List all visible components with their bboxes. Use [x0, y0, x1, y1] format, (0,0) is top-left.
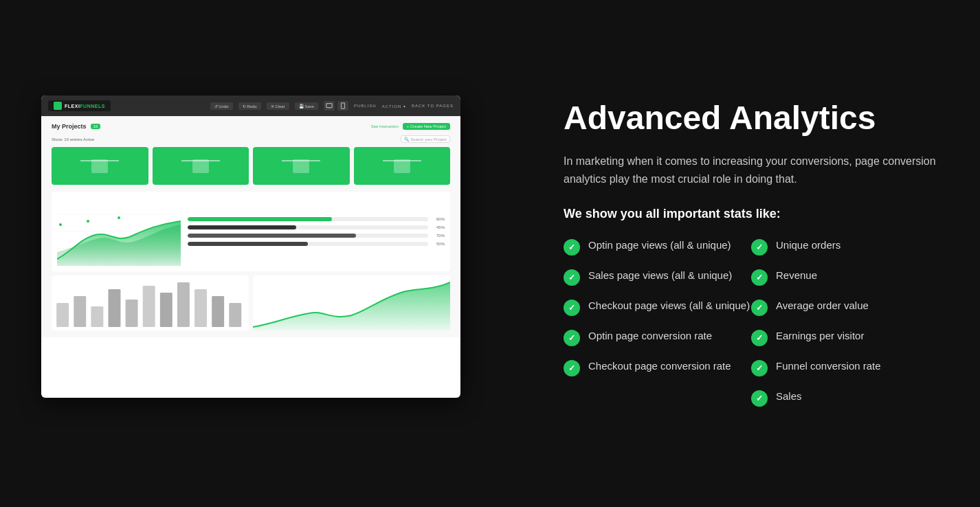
- feature-text-3: Checkout page views (all & unique): [588, 298, 750, 313]
- feature-item-5: Checkout page conversion rate: [564, 359, 751, 376]
- bottom-charts-row: [52, 275, 450, 330]
- project-card-4[interactable]: [354, 147, 451, 185]
- features-col-1: Optin page views (all & unique) Sales pa…: [564, 238, 751, 407]
- svg-rect-25: [160, 293, 172, 327]
- stat-bar-fill-2: [188, 225, 296, 229]
- svg-rect-19: [56, 303, 69, 327]
- svg-rect-24: [143, 286, 155, 327]
- stat-bar-fill-3: [188, 234, 356, 238]
- clear-button[interactable]: ✕ Clear: [267, 102, 289, 110]
- stats-subtitle: We show you all important stats like:: [564, 207, 939, 221]
- action-button[interactable]: ACTION ▾: [382, 104, 406, 109]
- analytics-section: 60% 45%: [52, 192, 450, 271]
- svg-rect-21: [91, 306, 103, 327]
- feature-text-9: Earnings per visitor: [776, 328, 864, 343]
- check-icon-10: [751, 360, 768, 376]
- search-placeholder: Search your Project: [410, 137, 447, 142]
- stat-pct-1: 60%: [431, 217, 445, 221]
- feature-item-1: Optin page views (all & unique): [564, 238, 751, 256]
- feature-item-7: Revenue: [751, 268, 939, 286]
- stat-row-2: 45%: [188, 225, 445, 229]
- filter-text: Show: 10 entries Active: [52, 137, 94, 142]
- bar-stats: 60% 45%: [188, 197, 445, 266]
- desktop-view-button[interactable]: [324, 101, 335, 111]
- stat-bar-bg-3: [188, 234, 428, 238]
- filter-row: Show: 10 entries Active 🔍 Search your Pr…: [52, 135, 450, 143]
- stat-row-1: 60%: [188, 217, 445, 221]
- app-logo: FLEXIFUNNELS: [48, 100, 111, 111]
- my-projects-title: My Projects: [52, 123, 87, 130]
- feature-item-3: Checkout page views (all & unique): [564, 298, 751, 316]
- view-toggles: [324, 101, 348, 111]
- stat-pct-3: 70%: [431, 234, 445, 238]
- page-title-row: My Projects 19: [52, 123, 100, 130]
- svg-rect-28: [212, 296, 224, 327]
- analytics-inner: 60% 45%: [57, 197, 445, 266]
- stat-bar-bg-4: [188, 242, 428, 246]
- main-container: FLEXIFUNNELS ↺ Undo ↻ Redo ✕ Clear 💾 Sav…: [0, 68, 980, 439]
- feature-text-10: Funnel conversion rate: [776, 359, 881, 373]
- svg-rect-20: [74, 296, 86, 327]
- project-card-2[interactable]: [153, 147, 249, 185]
- main-title: Advanced Analytics: [564, 100, 939, 137]
- feature-text-6: Unique orders: [776, 238, 840, 252]
- svg-rect-27: [194, 289, 207, 327]
- right-panel: Advanced Analytics In marketing when it …: [550, 100, 939, 407]
- feature-item-8: Average order value: [751, 298, 939, 316]
- description-text: In marketing when it comes to increasing…: [564, 153, 939, 188]
- create-new-project-button[interactable]: + Create New Project: [403, 123, 450, 130]
- feature-item-4: Optin page conversion rate: [564, 328, 751, 346]
- svg-point-17: [87, 220, 89, 223]
- bottom-area-chart: [253, 275, 450, 330]
- check-icon-7: [751, 269, 768, 286]
- project-cards-row: [52, 147, 450, 185]
- project-card-3[interactable]: [253, 147, 350, 185]
- feature-item-9: Earnings per visitor: [751, 328, 939, 346]
- svg-rect-22: [109, 289, 121, 327]
- see-instruction-link[interactable]: See Instruction: [371, 124, 399, 128]
- stat-bar-bg-2: [188, 225, 428, 229]
- feature-text-5: Checkout page conversion rate: [588, 359, 731, 373]
- logo-icon: [54, 102, 62, 110]
- search-box[interactable]: 🔍 Search your Project: [401, 135, 450, 143]
- header-actions: See Instruction + Create New Project: [371, 123, 450, 130]
- check-icon-5: [564, 360, 580, 376]
- stat-row-4: 50%: [188, 242, 445, 246]
- features-col-2: Unique orders Revenue Average order valu…: [751, 238, 939, 407]
- mockup-wrapper: FLEXIFUNNELS ↺ Undo ↻ Redo ✕ Clear 💾 Sav…: [41, 95, 495, 412]
- check-icon-4: [564, 330, 580, 346]
- bottom-bar-chart: [52, 275, 249, 330]
- back-to-pages-button[interactable]: BACK TO PAGES: [412, 104, 454, 108]
- check-icon-8: [751, 300, 768, 316]
- logo-text: FLEXIFUNNELS: [65, 104, 105, 109]
- undo-button[interactable]: ↺ Undo: [210, 102, 233, 110]
- features-grid: Optin page views (all & unique) Sales pa…: [564, 238, 939, 407]
- svg-point-16: [59, 223, 62, 226]
- stat-pct-2: 45%: [431, 225, 445, 229]
- project-count-badge: 19: [91, 124, 101, 129]
- svg-rect-26: [177, 282, 190, 327]
- feature-item-11: Sales: [751, 389, 939, 407]
- save-button[interactable]: 💾 Save: [295, 102, 318, 110]
- feature-item-6: Unique orders: [751, 238, 939, 256]
- mobile-view-button[interactable]: [337, 101, 348, 111]
- publish-button[interactable]: PUBLISH: [354, 104, 377, 108]
- mockup-front: FLEXIFUNNELS ↺ Undo ↻ Redo ✕ Clear 💾 Sav…: [41, 95, 460, 398]
- feature-item-2: Sales page views (all & unique): [564, 268, 751, 286]
- feature-text-2: Sales page views (all & unique): [588, 268, 732, 282]
- project-card-1[interactable]: [52, 147, 148, 185]
- feature-text-11: Sales: [776, 389, 802, 403]
- svg-rect-10: [326, 104, 332, 108]
- check-icon-2: [564, 269, 580, 286]
- app-toolbar: FLEXIFUNNELS ↺ Undo ↻ Redo ✕ Clear 💾 Sav…: [41, 95, 460, 116]
- feature-text-8: Average order value: [776, 298, 869, 313]
- check-icon-6: [751, 239, 768, 256]
- svg-rect-23: [126, 300, 138, 327]
- feature-text-4: Optin page conversion rate: [588, 328, 712, 343]
- check-icon-11: [751, 390, 768, 407]
- redo-button[interactable]: ↻ Redo: [238, 102, 261, 110]
- svg-point-18: [118, 216, 120, 219]
- stat-bar-fill-4: [188, 242, 308, 246]
- svg-rect-29: [229, 303, 241, 327]
- stat-row-3: 70%: [188, 234, 445, 238]
